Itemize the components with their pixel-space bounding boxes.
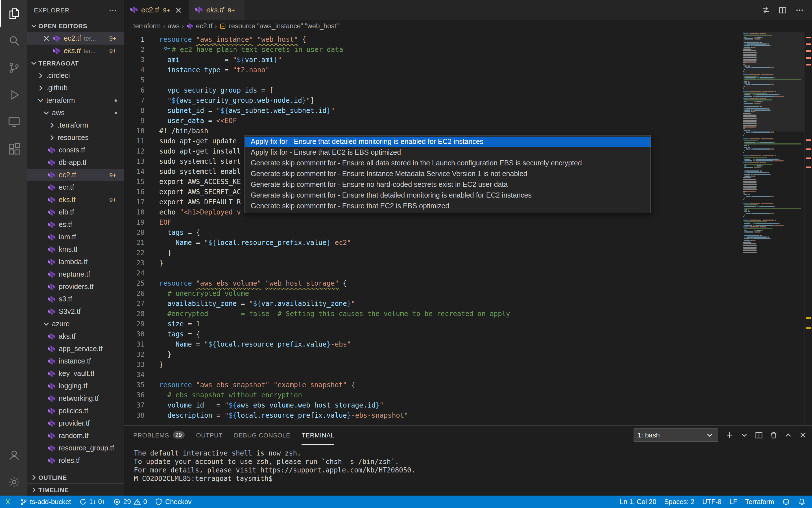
open-editor-ec2-tf[interactable]: ec2.tfter...9+ (27, 32, 124, 45)
eol[interactable]: LF (725, 496, 741, 508)
language-mode[interactable]: Terraform (741, 496, 778, 508)
workspace-header[interactable]: TERRAGOAT (27, 57, 124, 70)
panel-tab-problems[interactable]: PROBLEMS29 (133, 426, 185, 445)
activity-search[interactable] (0, 27, 27, 54)
tree-item-consts-tf[interactable]: consts.tf (27, 144, 124, 156)
code-line[interactable]: 26 # unencrypted volume (124, 288, 743, 299)
code-line[interactable]: 29 size = 1 (124, 319, 743, 329)
tab-ec2-tf[interactable]: ec2.tf9+ (124, 0, 190, 20)
feedback[interactable] (778, 496, 794, 508)
tree-item-roles-tf[interactable]: roles.tf (27, 454, 124, 467)
quickfix-item-1[interactable]: Apply fix for - Ensure that EC2 is EBS o… (245, 147, 650, 158)
panel-tab-output[interactable]: OUTPUT (196, 426, 223, 445)
code-line[interactable]: 34 (124, 370, 743, 380)
tree-item-terraform[interactable]: terraform● (27, 94, 124, 107)
close-icon[interactable] (174, 5, 183, 14)
code-line[interactable]: 5 (124, 75, 743, 85)
tab-eks-tf[interactable]: eks.tf9+ (190, 0, 245, 20)
problems-summary[interactable]: 290 (109, 496, 151, 508)
tree-item-random-tf[interactable]: random.tf (27, 429, 124, 442)
terminal-profile-dropdown-button[interactable] (740, 431, 749, 440)
code-line[interactable]: 19EOF (124, 217, 743, 227)
tree-item-ecr-tf[interactable]: ecr.tf (27, 181, 124, 194)
code-line[interactable]: 24 (124, 268, 743, 278)
tree-item-github[interactable]: .github (27, 82, 124, 94)
tree-item-networking-tf[interactable]: networking.tf (27, 392, 124, 405)
breadcrumb-item-2[interactable]: ec2.tf (186, 22, 213, 30)
code-line[interactable]: 36 # ebs snapshot without encryption (124, 390, 743, 400)
git-branch[interactable]: ts-add-bucket (16, 496, 75, 508)
code-line[interactable]: 38 description = "${local.resource_prefi… (124, 410, 743, 421)
panel-tab-debug-console[interactable]: DEBUG CONSOLE (234, 426, 290, 445)
code-line[interactable]: 20 tags = { (124, 227, 743, 238)
tree-item-terraform[interactable]: .terraform (27, 119, 124, 131)
checkov[interactable]: Checkov (151, 496, 195, 508)
quickfix-item-0[interactable]: Apply fix for - Ensure that detailed mon… (245, 137, 650, 147)
remote-indicator[interactable] (0, 496, 16, 508)
split-editor-button[interactable] (778, 5, 787, 14)
breadcrumb-item-1[interactable]: aws (167, 22, 179, 30)
activity-account[interactable] (0, 441, 27, 468)
code-line[interactable]: 22 } (124, 248, 743, 258)
quickfix-item-5[interactable]: Generate skip comment for - Ensure that … (245, 190, 650, 201)
code-line[interactable]: 10#! /bin/bash (124, 126, 743, 136)
quickfix-item-3[interactable]: Generate skip comment for - Ensure Insta… (245, 169, 650, 179)
kill-terminal-button[interactable] (769, 431, 778, 440)
sync-changes[interactable]: 1↓ 0↑ (75, 496, 109, 508)
minimap[interactable] (743, 32, 804, 425)
tree-item-resources[interactable]: resources (27, 131, 124, 144)
code-line[interactable]: 28 #encrypted = false # Setting this cau… (124, 309, 743, 319)
tree-item-lambda-tf[interactable]: lambda.tf (27, 256, 124, 268)
tree-item-s3-tf[interactable]: s3.tf (27, 293, 124, 305)
tree-item-aks-tf[interactable]: aks.tf (27, 330, 124, 343)
quickfix-item-4[interactable]: Generate skip comment for - Ensure no ha… (245, 179, 650, 190)
code-line[interactable]: 30 tags = { (124, 329, 743, 339)
code-line[interactable]: 9 user_data = <<EOF (124, 116, 743, 126)
tree-item-logging-tf[interactable]: logging.tf (27, 380, 124, 392)
code-area[interactable]: 1resource "aws_instance" "web_host" {2 #… (124, 32, 743, 425)
tree-item-neptune-tf[interactable]: neptune.tf (27, 268, 124, 281)
activity-explorer[interactable] (0, 0, 27, 27)
quickfix-item-6[interactable]: Generate skip comment for - Ensure that … (245, 201, 650, 212)
tree-item-providers-tf[interactable]: providers.tf (27, 281, 124, 293)
terminal-output[interactable]: The default interactive shell is now zsh… (124, 445, 812, 496)
code-line[interactable]: 8 subnet_id = "${aws_subnet.web_subnet.i… (124, 105, 743, 116)
open-editors-header[interactable]: OPEN EDITORS (27, 20, 124, 32)
code-line[interactable]: 7 "${aws_security_group.web-node.id}"] (124, 95, 743, 105)
new-terminal-button[interactable] (725, 431, 734, 440)
notifications[interactable] (794, 496, 810, 508)
code-line[interactable]: 32 } (124, 349, 743, 359)
tree-item-es-tf[interactable]: es.tf (27, 218, 124, 231)
code-line[interactable]: 6 vpc_security_group_ids = [ (124, 85, 743, 95)
tree-item-aws[interactable]: aws● (27, 107, 124, 119)
code-line[interactable]: 37 volume_id = "${aws_ebs_volume.web_hos… (124, 400, 743, 410)
activity-source-control[interactable] (0, 54, 27, 81)
tree-item-provider-tf[interactable]: provider.tf (27, 417, 124, 429)
code-line[interactable]: 3 ami = "${var.ami}" (124, 55, 743, 65)
tree-item-circleci[interactable]: .circleci (27, 70, 124, 82)
tree-item-s3v2-tf[interactable]: S3v2.tf (27, 305, 124, 318)
timeline-header[interactable]: TIMELINE (27, 483, 124, 496)
code-line[interactable]: 1resource "aws_instance" "web_host" { (124, 34, 743, 45)
code-line[interactable]: 27 availability_zone = "${var.availabili… (124, 299, 743, 309)
tree-item-app-service-tf[interactable]: app_service.tf (27, 343, 124, 355)
cursor-position[interactable]: Ln 1, Col 20 (616, 496, 660, 508)
open-editor-eks-tf[interactable]: eks.tfter...9+ (27, 45, 124, 57)
code-line[interactable]: 23} (124, 258, 743, 268)
maximize-panel-button[interactable] (784, 431, 793, 440)
code-line[interactable]: 21 Name = "${local.resource_prefix.value… (124, 238, 743, 248)
tree-item-elb-tf[interactable]: elb.tf (27, 206, 124, 218)
code-line[interactable]: 25resource "aws_ebs_volume" "web_host_st… (124, 278, 743, 288)
tree-item-kms-tf[interactable]: kms.tf (27, 243, 124, 256)
close-icon[interactable] (42, 34, 51, 43)
open-changes-button[interactable] (761, 5, 770, 14)
breadcrumb-item-0[interactable]: terraform (133, 22, 161, 30)
tree-item-policies-tf[interactable]: policies.tf (27, 405, 124, 417)
more-actions-button[interactable] (795, 5, 804, 14)
tree-item-eks-tf[interactable]: eks.tf9+ (27, 194, 124, 206)
tree-item-db-app-tf[interactable]: db-app.tf (27, 156, 124, 169)
outline-header[interactable]: OUTLINE (27, 471, 124, 483)
explorer-more-actions-icon[interactable]: ⋯ (109, 6, 117, 14)
panel-tab-terminal[interactable]: TERMINAL (301, 426, 334, 445)
indentation[interactable]: Spaces: 2 (660, 496, 698, 508)
